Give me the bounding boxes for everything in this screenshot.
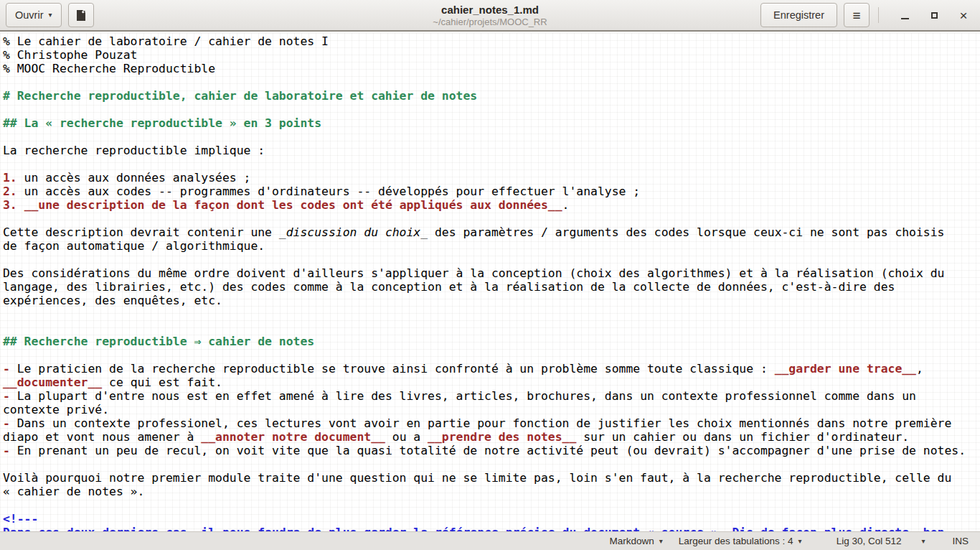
- save-button-label: Enregistrer: [773, 9, 824, 21]
- editor-line: 2. un accès aux codes -- programmes d'or…: [3, 185, 980, 198]
- language-selector[interactable]: Markdown ▾: [609, 536, 662, 546]
- text-run: un accès aux codes -- programmes d'ordin…: [17, 185, 640, 198]
- open-button-label: Ouvrir: [15, 9, 43, 21]
- menu-button[interactable]: ≡: [844, 3, 870, 27]
- text-run: 1.: [3, 171, 17, 185]
- editor-line: % Christophe Pouzat: [3, 48, 980, 62]
- text-run: contexte privé.: [3, 403, 109, 416]
- status-bar: Markdown ▾ Largeur des tabulations : 4 ▾…: [0, 531, 980, 550]
- editor-line: % Le cahier de laboratoire / cahier de n…: [3, 34, 980, 48]
- new-document-button[interactable]: [68, 3, 94, 27]
- header-right-group: Enregistrer ≡ ×: [760, 3, 974, 27]
- save-button[interactable]: Enregistrer: [760, 3, 837, 27]
- open-button[interactable]: Ouvrir ▾: [6, 3, 62, 27]
- editor-line: - Le praticien de la recherche reproduct…: [3, 362, 980, 376]
- minimize-icon: [901, 18, 909, 19]
- cursor-position: Lig 30, Col 512: [837, 536, 902, 546]
- editor-line: [3, 307, 980, 321]
- chevron-down-icon: ▾: [921, 537, 925, 545]
- editor-line: [3, 130, 980, 144]
- text-run: 2.: [3, 185, 17, 198]
- text-run: <!---: [3, 512, 38, 526]
- editor-line: [3, 103, 980, 116]
- text-run: La recherche reproductible implique :: [3, 144, 265, 157]
- text-run: _discussion du choix_: [279, 225, 428, 239]
- text-run: La plupart d'entre nous est en effet ame…: [10, 389, 916, 403]
- editor-line: [3, 75, 980, 89]
- editor-line: « cahier de notes ».: [3, 485, 980, 498]
- editor-line: - Dans un contexte professionel, ces lec…: [3, 416, 980, 430]
- editor-line: La recherche reproductible implique :: [3, 144, 980, 157]
- header-left-group: Ouvrir ▾: [6, 3, 94, 27]
- text-run: ## Recherche reproductible ⇒ cahier de n…: [3, 335, 314, 348]
- text-run: de façon automatique / algorithmique.: [3, 239, 265, 253]
- goto-line-button[interactable]: ▾: [921, 537, 925, 545]
- editor-line: __documenter__ ce qui est fait.: [3, 376, 980, 389]
- editor-line: [3, 348, 980, 362]
- editor-line: - La plupart d'entre nous est en effet a…: [3, 389, 980, 403]
- close-icon: ×: [959, 9, 967, 22]
- editor-line: expériences, des enquêtes, etc.: [3, 294, 980, 307]
- editor-line: [3, 457, 980, 471]
- text-run: sur un cahier ou dans un fichier d'ordin…: [576, 430, 909, 444]
- editor-line: Dans ces deux derniers cas, il nous faud…: [3, 526, 980, 531]
- document-path: ~/cahier/projets/MOOC_RR: [433, 17, 547, 27]
- chevron-down-icon: ▾: [659, 537, 663, 545]
- text-run: ,: [916, 362, 923, 376]
- header-bar: Ouvrir ▾ cahier_notes_1.md ~/cahier/proj…: [0, 0, 980, 32]
- text-run: ou a: [385, 430, 428, 444]
- editor-line: [3, 157, 980, 171]
- editor-line: [3, 212, 980, 225]
- text-run: ## La « recherche reproductible » en 3 p…: [3, 116, 321, 130]
- editor-line: 1. un accès aux données analysées ;: [3, 171, 980, 185]
- input-mode-indicator: INS: [952, 536, 969, 546]
- editor-line: contexte privé.: [3, 403, 980, 416]
- text-run: -: [3, 389, 10, 403]
- text-run: # Recherche reproductible, cahier de lab…: [3, 89, 477, 103]
- editor-line: ## Recherche reproductible ⇒ cahier de n…: [3, 335, 980, 348]
- editor-line: [3, 253, 980, 266]
- text-run: En prenant un peu de recul, on voit vite…: [10, 444, 966, 457]
- header-separator: [878, 7, 879, 23]
- text-run: expériences, des enquêtes, etc.: [3, 294, 222, 307]
- editor-line: [3, 321, 980, 335]
- text-run: __une description de la façon dont les c…: [24, 198, 562, 212]
- minimize-button[interactable]: [894, 4, 915, 26]
- editor-line: diapo et vont nous amener à __annoter no…: [3, 430, 980, 444]
- text-run: Dans ces deux derniers cas, il nous faud…: [3, 526, 944, 531]
- chevron-down-icon: ▾: [798, 537, 802, 545]
- text-run: diapo et vont nous amener à: [3, 430, 201, 444]
- text-run: ce qui est fait.: [102, 376, 222, 389]
- text-run: Dans un contexte professionel, ces lectu…: [10, 416, 951, 430]
- editor-line: % MOOC Recherche Reproductible: [3, 62, 980, 75]
- text-run: .: [562, 198, 570, 212]
- text-run: -: [3, 416, 10, 430]
- text-run: % MOOC Recherche Reproductible: [3, 62, 215, 75]
- editor-line: ## La « recherche reproductible » en 3 p…: [3, 116, 980, 130]
- text-run: Le praticien de la recherche reproductib…: [10, 362, 775, 376]
- editor-line: [3, 498, 980, 512]
- text-run: des paramètres / arguments des codes lor…: [428, 225, 944, 239]
- text-run: -: [3, 444, 10, 457]
- close-button[interactable]: ×: [953, 4, 974, 26]
- text-run: __prendre des notes__: [428, 430, 576, 444]
- text-run: [17, 198, 24, 212]
- hamburger-menu-icon: ≡: [852, 9, 860, 22]
- tab-width-selector[interactable]: Largeur des tabulations : 4 ▾: [679, 536, 802, 546]
- text-run: un accès aux données analysées ;: [17, 171, 251, 185]
- editor-line: - En prenant un peu de recul, on voit vi…: [3, 444, 980, 457]
- text-run: __documenter__: [3, 376, 102, 389]
- window-title-block: cahier_notes_1.md ~/cahier/projets/MOOC_…: [433, 4, 547, 27]
- editor-line: Des considérations du même ordre doivent…: [3, 266, 980, 280]
- editor-line: 3. __une description de la façon dont le…: [3, 198, 980, 212]
- text-run: Voilà pourquoi notre premier module trai…: [3, 471, 951, 485]
- text-editor-area[interactable]: % Le cahier de laboratoire / cahier de n…: [0, 33, 980, 531]
- text-run: __annoter notre document__: [201, 430, 385, 444]
- editor-line: <!---: [3, 512, 980, 526]
- editor-line: Cette description devrait contenir une _…: [3, 225, 980, 239]
- document-title: cahier_notes_1.md: [433, 4, 547, 16]
- editor-line: langage, des librairies, etc.) des codes…: [3, 280, 980, 294]
- maximize-button[interactable]: [923, 4, 945, 26]
- text-run: langage, des librairies, etc.) des codes…: [3, 280, 895, 294]
- language-label: Markdown: [609, 536, 654, 546]
